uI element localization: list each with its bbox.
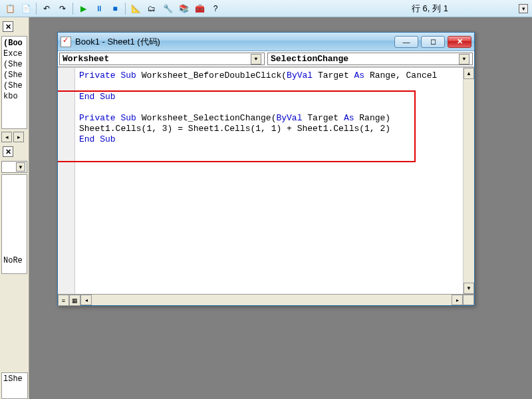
top-toolbar: 📋 📄 ↶ ↷ ▶ ⏸ ■ 📐 🗂 🔧 📚 🧰 ? 行 6, 列 1 ▾ [0,0,532,17]
close-panel-button[interactable]: ✕ [3,146,13,157]
keyword: ByVal [276,113,302,123]
procedure-dropdown-value: SelectionChange [271,54,348,64]
help-icon[interactable]: ? [209,3,221,15]
design-icon[interactable]: 📐 [130,3,142,15]
bottom-item: lShe [3,374,26,384]
scroll-up-icon[interactable]: ▲ [464,68,474,79]
code-text: Range, Cancel [364,70,442,80]
code-text: Target [302,113,343,123]
bottom-panel[interactable]: lShe [1,372,28,399]
scroll-left-icon[interactable]: ◂ [1,132,12,142]
scroll-down-icon[interactable]: ▼ [464,283,474,294]
scroll-track[interactable] [464,79,474,283]
proc-view-icon[interactable]: ≡ [58,295,69,306]
browser-icon[interactable]: 📚 [178,3,190,15]
project-item[interactable]: Exce [3,49,25,59]
separator [36,3,37,15]
scroll-right-icon[interactable]: ▸ [452,295,463,305]
code-body: Private Sub Worksheet_BeforeDoubleClick(… [58,67,474,294]
keyword: End Sub [79,92,116,102]
scroll-left-icon[interactable]: ◂ [80,295,92,305]
full-view-icon[interactable]: ▦ [69,295,80,306]
left-sidebar: ✕ (Boo Exce (She (She (She kbo ◂ ▸ ✕ ▼ N… [0,17,29,399]
keyword: As [344,113,354,123]
run-icon[interactable]: ▶ [77,3,89,15]
project-item[interactable]: (She [3,59,25,70]
properties-icon[interactable]: 🔧 [162,3,174,15]
code-text: Sheet1.Cells(1, 3) = Sheet1.Cells(1, 1) … [79,124,390,134]
gutter [58,68,75,294]
keyword: End Sub [79,134,116,144]
redo-icon[interactable]: ↷ [57,3,68,15]
code-text: Worksheet_BeforeDoubleClick( [136,70,287,80]
code-text: Target [313,70,354,80]
procedure-dropdown[interactable]: SelectionChange ▼ [267,53,473,65]
chevron-down-icon[interactable]: ▼ [251,54,261,65]
object-dropdown-value: Worksheet [63,54,109,64]
project-icon[interactable]: 🗂 [146,3,158,15]
minimize-button[interactable]: — [394,36,418,48]
keyword: Private Sub [79,70,136,80]
copy-icon[interactable]: 📄 [20,3,32,15]
code-editor[interactable]: Private Sub Worksheet_BeforeDoubleClick(… [75,68,463,294]
cursor-position: 行 6, 列 1 [412,3,448,15]
toolbar-overflow-icon[interactable]: ▾ [519,4,528,13]
project-item[interactable]: (She [3,80,25,91]
chevron-down-icon[interactable]: ▼ [459,54,469,65]
mdi-area: Book1 - Sheet1 (代码) — ◻ ✕ Worksheet ▼ Se… [29,17,532,399]
titlebar[interactable]: Book1 - Sheet1 (代码) — ◻ ✕ [58,33,474,51]
scroll-track[interactable] [92,295,452,305]
close-panel-button[interactable]: ✕ [3,21,13,32]
close-button[interactable]: ✕ [448,36,471,48]
keyword: Private Sub [79,113,136,123]
code-text: Worksheet_SelectionChange( [136,113,277,123]
project-item[interactable]: kbo [3,91,25,102]
pause-icon[interactable]: ⏸ [93,3,105,15]
separator [72,3,73,15]
stop-icon[interactable]: ■ [109,3,121,15]
property-item[interactable]: NoRe [3,256,25,265]
code-window: Book1 - Sheet1 (代码) — ◻ ✕ Worksheet ▼ Se… [57,32,475,306]
scroll-corner [463,295,474,305]
project-explorer[interactable]: (Boo Exce (She (She (She kbo [1,36,27,129]
keyword: ByVal [287,70,313,80]
combo-row: Worksheet ▼ SelectionChange ▼ [58,51,474,67]
separator [125,3,126,15]
object-dropdown[interactable]: Worksheet ▼ [59,53,265,65]
undo-icon[interactable]: ↶ [41,3,53,15]
properties-panel[interactable]: NoRe [1,174,27,274]
horizontal-scrollbar: ≡ ▦ ◂ ▸ [58,294,474,305]
project-item[interactable]: (She [3,70,25,80]
window-title: Book1 - Sheet1 (代码) [75,36,160,48]
scroll-right-icon[interactable]: ▸ [13,132,24,142]
paste-icon[interactable]: 📋 [4,3,16,15]
chevron-down-icon[interactable]: ▼ [16,162,25,172]
maximize-button[interactable]: ◻ [421,36,445,48]
code-text: Range) [354,113,391,123]
vertical-scrollbar[interactable]: ▲ ▼ [463,68,474,294]
keyword: As [354,70,365,80]
window-icon [61,37,71,47]
toolbox-icon[interactable]: 🧰 [194,3,205,15]
object-combo[interactable]: ▼ [1,161,27,173]
project-item[interactable]: (Boo [3,38,25,49]
